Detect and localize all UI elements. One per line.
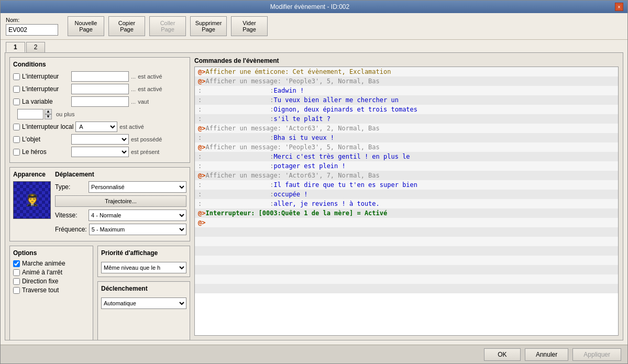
appearance-group: Apparence 🧑‍✈️ <box>13 171 51 219</box>
coller-page-button[interactable]: CollerPage <box>149 16 186 36</box>
condition-check-6[interactable] <box>13 149 20 156</box>
footer: OK Annuler Appliquer <box>1 345 627 363</box>
cmd-text-5: : : <box>198 106 274 113</box>
cmd-row-2: @>Afficher un message: 'People3', 5, Nor… <box>195 76 618 86</box>
cmd-row-9: @>Afficher un message: 'People3', 5, Nor… <box>195 142 618 152</box>
cmd-text-12: Afficher un message: 'Actor63', 7, Norma… <box>205 172 379 179</box>
cmd-row-7: @>Afficher un message: 'Actor63', 2, Nor… <box>195 124 618 133</box>
cmd-text-10: : : <box>198 153 274 160</box>
appliquer-button[interactable]: Appliquer <box>572 348 621 361</box>
condition-check-5[interactable] <box>13 136 20 143</box>
name-input[interactable] <box>6 24 58 36</box>
copier-page-button[interactable]: CopierPage <box>108 16 145 36</box>
speed-label: Vitesse: <box>55 212 86 219</box>
condition-row-5: L'objet est possédé <box>13 134 186 145</box>
condition-dots-3[interactable]: ... <box>131 98 136 105</box>
option-check-direction[interactable] <box>13 278 20 285</box>
tabs-bar: 1 2 <box>1 40 627 52</box>
option-check-arret[interactable] <box>13 269 20 276</box>
left-panel: Conditions L'interrupteur ... est activé… <box>9 57 190 336</box>
content-area: Conditions L'interrupteur ... est activé… <box>5 52 623 340</box>
spinner-down[interactable]: ▼ <box>45 114 52 119</box>
cmd-msg-5: Oignon, deux épinards et trois tomates <box>274 106 418 113</box>
cmd-row-13: : : Il faut dire que tu t'en es super bi… <box>195 180 618 190</box>
cmd-row-6: : : s'il te plaît ? <box>195 114 618 124</box>
conditions-section: Conditions L'interrupteur ... est activé… <box>9 57 190 163</box>
cmd-row-20 <box>195 246 618 256</box>
option-row-3: Traverse tout <box>13 286 90 294</box>
type-select[interactable]: Personnalisé Fixe Aléatoire Va-et-vient <box>89 181 186 193</box>
cmd-row-19 <box>195 237 618 246</box>
right-panel: Commandes de l'évènement @>Afficher une … <box>194 57 619 336</box>
object-select[interactable] <box>71 134 129 145</box>
cmd-text-16: Interrupteur: [0003:Quête 1 de la mère] … <box>205 209 387 217</box>
sprite-box[interactable]: 🧑‍✈️ <box>13 181 51 219</box>
tab-2[interactable]: 2 <box>26 42 46 52</box>
local-switch-select[interactable]: ABCD <box>75 122 117 132</box>
hero-select[interactable] <box>71 147 129 157</box>
priority-select[interactable]: Même niveau que le h En dessous du héros… <box>101 262 186 273</box>
condition-status-1: est activé <box>138 73 162 80</box>
freq-select[interactable]: 5 - Maximum 1 - Très basse 2 - Basse 3 -… <box>89 224 186 235</box>
cmd-at-2: @> <box>198 78 205 85</box>
cmd-row-21 <box>195 256 618 265</box>
condition-input-2[interactable] <box>71 84 129 94</box>
condition-row-2: L'interrupteur ... est activé <box>13 84 186 94</box>
spinner-group: ▲ ▼ <box>17 109 52 119</box>
nouvelle-page-button[interactable]: NouvellePage <box>68 16 104 36</box>
ok-button[interactable]: OK <box>484 348 521 361</box>
movement-box: Déplacement Type: Personnalisé Fixe Aléa… <box>55 171 186 238</box>
cmd-row-14: : : occupée ! <box>195 190 618 199</box>
sprite-character: 🧑‍✈️ <box>25 193 39 207</box>
option-check-marche[interactable] <box>13 260 20 267</box>
option-check-traverse[interactable] <box>13 287 20 294</box>
ou-plus-label: ou plus <box>56 111 74 117</box>
condition-check-4[interactable] <box>13 124 20 130</box>
close-button[interactable]: × <box>615 3 623 11</box>
annuler-button[interactable]: Annuler <box>525 348 568 361</box>
vider-page-button[interactable]: ViderPage <box>231 16 268 36</box>
condition-status-4: est activé <box>119 124 144 130</box>
condition-status-5: est possédé <box>131 136 162 142</box>
cmd-text-1: Afficher une émticone: Cet évènement, Ex… <box>205 68 391 75</box>
cmd-at-12: @> <box>198 172 205 179</box>
cmd-msg-3: Eadwin ! <box>274 87 304 94</box>
cmd-text-14: : : <box>198 191 274 198</box>
cmd-row-16: @>Interrupteur: [0003:Quête 1 de la mère… <box>195 208 618 218</box>
options-section: Options Marche animée Animé à l'arrêt Di… <box>9 246 93 340</box>
condition-dots-2[interactable]: ... <box>131 86 136 92</box>
movement-speed-row: Vitesse: 4 - Normale 1 - Très lente 2 - … <box>55 209 186 221</box>
cmd-text-4: : : <box>198 96 274 104</box>
name-group: Nom: <box>6 17 58 36</box>
speed-select[interactable]: 4 - Normale 1 - Très lente 2 - Lente 6 -… <box>89 209 186 221</box>
cmd-row-10: : : Merci c'est très gentil ! en plus le <box>195 152 618 161</box>
condition-input-1[interactable] <box>71 71 129 82</box>
cmd-row-5: : : Oignon, deux épinards et trois tomat… <box>195 105 618 114</box>
trajectoire-button[interactable]: Trajectoire... <box>55 195 186 207</box>
condition-check-3[interactable] <box>13 98 20 105</box>
cmd-text-15: : : <box>198 200 274 207</box>
cmd-row-23 <box>195 274 618 284</box>
name-label: Nom: <box>6 17 58 23</box>
condition-input-3[interactable] <box>71 96 129 107</box>
cmd-at-7: @> <box>198 125 205 132</box>
commands-title: Commandes de l'évènement <box>194 57 619 64</box>
condition-check-2[interactable] <box>13 86 20 93</box>
condition-row-4: L'interrupteur local ABCD est activé <box>13 122 186 132</box>
condition-label-1: L'interrupteur <box>22 73 69 80</box>
condition-dots-1[interactable]: ... <box>131 73 136 80</box>
variable-value-input[interactable] <box>17 109 43 119</box>
trigger-select[interactable]: Automatique Action Contact joueur Contac… <box>101 297 186 309</box>
movement-freq-row: Fréquence: 5 - Maximum 1 - Très basse 2 … <box>55 224 186 235</box>
commands-list[interactable]: @>Afficher une émticone: Cet évènement, … <box>194 67 619 336</box>
cmd-msg-13: Il faut dire que tu t'en es super bien <box>274 181 418 189</box>
cmd-text-7: Afficher un message: 'Actor63', 2, Norma… <box>205 125 379 132</box>
cmd-text-2: Afficher un message: 'People3', 5, Norma… <box>205 78 379 85</box>
spinner-up[interactable]: ▲ <box>45 109 52 114</box>
condition-row-3: La variable ... vaut <box>13 96 186 107</box>
supprimer-page-button[interactable]: SupprimerPage <box>190 16 227 36</box>
cmd-text-3: : : <box>198 87 274 94</box>
condition-status-3: vaut <box>138 98 149 105</box>
tab-1[interactable]: 1 <box>6 42 25 52</box>
condition-check-1[interactable] <box>13 73 20 80</box>
